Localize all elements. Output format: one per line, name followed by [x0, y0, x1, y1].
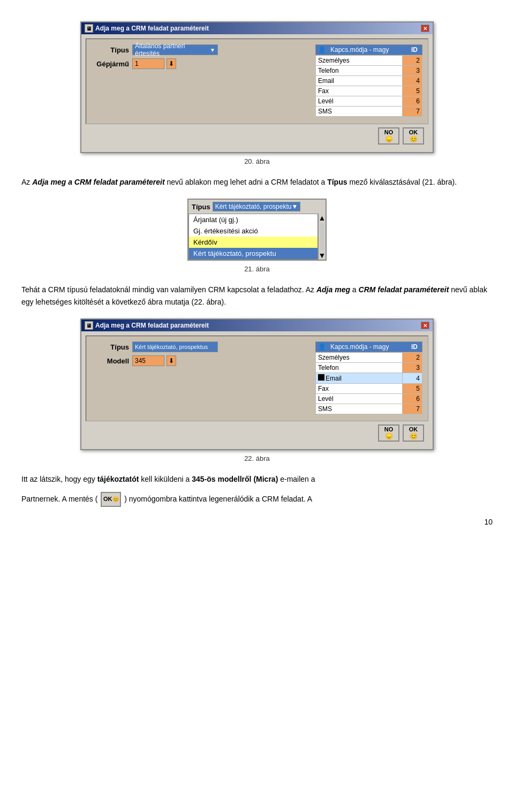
table-row[interactable]: Levél 6: [316, 96, 422, 107]
contact-name-cell: SMS: [316, 404, 403, 414]
dialog-right-22: 👤 Kapcs.módja - magy ID Személyes 2: [315, 342, 422, 414]
dialog-title-text-22: Adja meg a CRM feladat paramétereit: [95, 322, 209, 329]
gepjarmu-down-btn-20[interactable]: ⬇: [167, 58, 176, 69]
dropdown-item-ertekesitesi[interactable]: Gj. értékesítési akció: [189, 225, 318, 237]
ok-face-icon-22: 😊: [410, 432, 418, 440]
table-row[interactable]: SMS 7: [316, 404, 422, 414]
text2-line1: Tehát a CRM típusú feladatoknál mindig v…: [21, 285, 316, 294]
dropdown-item-arjanlat[interactable]: Árjanlat (új gj.): [189, 214, 318, 225]
dialog-title-text-20: Adja meg a CRM feladat paramétereit: [95, 25, 209, 32]
no-face-icon-22: 😞: [385, 432, 393, 440]
dialog-close-btn-20[interactable]: ✕: [421, 25, 429, 32]
no-button-22[interactable]: NO 😞: [378, 424, 399, 442]
ok-label-20: OK: [409, 129, 418, 135]
text3-partnernek: Partnernek. A mentés (: [21, 494, 97, 503]
table-row[interactable]: Személyes 2: [316, 353, 422, 363]
modell-input-group-22: 345 ⬇: [132, 355, 176, 366]
tipus-dropdown-selected-21[interactable]: Kért tájékoztató, prospektu ▼: [213, 202, 301, 211]
dropdown-popup-21: Típus Kért tájékoztató, prospektu ▼ Árja…: [187, 199, 327, 261]
contact-name-cell: Személyes: [316, 56, 403, 66]
table-row[interactable]: Levél 6: [316, 394, 422, 404]
contact-id-cell: 6: [402, 394, 422, 404]
text2-bold2: CRM feladat paramétereit: [359, 285, 449, 294]
tipus-row-20: Típus Általános partneri értesítés ▼: [92, 44, 310, 55]
contact-name-cell: Levél: [316, 96, 403, 107]
tipus-dropdown-22[interactable]: Kért tájékoztató, prospektus: [132, 342, 218, 352]
figure-22-section: 🖥 Adja meg a CRM feladat paramétereit ✕ …: [21, 318, 493, 462]
figure-21-caption: 21. ábra: [21, 265, 493, 273]
dropdown-item-tajek[interactable]: Kért tájékoztató, prospektu: [189, 248, 318, 259]
text1-middle: nevű ablakon meg lehet adni a CRM felada…: [165, 178, 328, 186]
dropdown-list-container-21: Árjanlat (új gj.) Gj. értékesítési akció…: [188, 214, 326, 260]
modell-down-btn-22[interactable]: ⬇: [167, 355, 176, 366]
table-row[interactable]: Személyes 2: [316, 56, 422, 66]
ok-btn-inline: OK 😊: [101, 492, 121, 507]
tipus-row-22: Típus Kért tájékoztató, prospektus: [92, 342, 310, 352]
gepjarmu-value-20: 1: [135, 60, 139, 67]
modell-value-22: 345: [135, 357, 146, 365]
table-row[interactable]: Telefon 3: [316, 363, 422, 373]
scrollbar-down-icon: ▼: [319, 251, 326, 260]
dialog-close-btn-22[interactable]: ✕: [421, 322, 429, 329]
figure-20-section: 🖥 Adja meg a CRM feladat paramétereit ✕ …: [21, 21, 493, 165]
body-text-3: Itt az látszik, hogy egy tájékoztatót ke…: [21, 473, 493, 485]
no-label-20: NO: [384, 129, 394, 135]
table-row[interactable]: SMS 7: [316, 107, 422, 117]
contact-id-cell: 4: [402, 373, 422, 384]
gepjarmu-input-20[interactable]: 1: [132, 58, 164, 69]
contact-name-cell: Fax: [316, 384, 403, 394]
text2-line2: a: [350, 285, 359, 294]
tipus-label-22: Típus: [92, 343, 129, 351]
figure-20-caption: 20. ábra: [21, 157, 493, 165]
table-row[interactable]: Fax 5: [316, 86, 422, 96]
dialog-body-20: Típus Általános partneri értesítés ▼ Gép…: [81, 34, 433, 152]
no-btn-icon-row-22: NO: [384, 426, 394, 432]
ok-label-22: OK: [409, 426, 418, 432]
table-row[interactable]: Email 4: [316, 76, 422, 86]
scrollbar-thumb: [320, 223, 324, 250]
dialog-buttons-20: NO 😞 OK 😊: [86, 124, 428, 148]
ok-inline-face: 😊: [112, 495, 119, 504]
figure-22-caption: 22. ábra: [21, 454, 493, 462]
table-row-selected[interactable]: Email 4: [316, 373, 422, 384]
contact-id-cell: 5: [402, 384, 422, 394]
tipus-value-20: Általános partneri értesítés: [135, 42, 210, 57]
dropdown-item-kerdo[interactable]: Kérdőív: [189, 237, 318, 248]
contact-name-cell: Levél: [316, 394, 403, 404]
contact-name-cell: SMS: [316, 107, 403, 117]
contact-id-cell: 2: [402, 353, 422, 363]
dropdown-scrollbar-21[interactable]: ▲ ▼: [318, 214, 326, 260]
contact-name-cell: Email: [316, 373, 403, 384]
ok-button-22[interactable]: OK 😊: [403, 424, 424, 442]
tipus-dropdown-arrow-21: ▼: [291, 203, 298, 210]
table-row[interactable]: Fax 5: [316, 384, 422, 394]
gepjarmu-input-group-20: 1 ⬇: [132, 58, 176, 69]
ok-inline-label: OK: [103, 495, 112, 504]
tipus-dropdown-20[interactable]: Általános partneri értesítés ▼: [132, 44, 218, 55]
body-text-4: Partnernek. A mentés ( OK 😊 ) nyomógombr…: [21, 492, 493, 507]
modell-input-22[interactable]: 345: [132, 355, 164, 366]
contact-name-cell: Telefon: [316, 363, 403, 373]
contact-table-header-20: 👤 Kapcs.módja - magy ID: [315, 44, 422, 55]
dialog-left-22: Típus Kért tájékoztató, prospektus Model…: [92, 342, 310, 369]
contact-name-cell: Telefon: [316, 66, 403, 76]
dialog-inner-20: Típus Általános partneri értesítés ▼ Gép…: [86, 39, 428, 124]
dialog-window-22: 🖥 Adja meg a CRM feladat paramétereit ✕ …: [80, 318, 434, 450]
table-row[interactable]: Telefon 3: [316, 66, 422, 76]
text1-bold2: Típus: [327, 178, 347, 186]
text2-bold1: Adja meg: [316, 285, 350, 294]
contact-header-id-22: ID: [407, 342, 422, 352]
ok-btn-icon-row-22: OK: [409, 426, 418, 432]
ok-button-20[interactable]: OK 😊: [403, 127, 424, 145]
text3-line1: Itt az látszik, hogy egy: [21, 475, 97, 483]
contact-header-text-22: Kapcs.módja - magy: [328, 342, 407, 352]
no-button-20[interactable]: NO 😞: [378, 127, 399, 145]
text1-end: mező kiválasztásával (21. ábra).: [347, 178, 457, 186]
gepjarmu-row-20: Gépjármű 1 ⬇: [92, 58, 310, 69]
contact-table-20: Személyes 2 Telefon 3 Email: [315, 55, 422, 117]
text1-bold: Adja meg a CRM feladat paramétereit: [32, 178, 164, 186]
contact-table-body-20: Személyes 2 Telefon 3 Email: [316, 56, 422, 117]
contact-name-cell: Személyes: [316, 353, 403, 363]
contact-table-header-22: 👤 Kapcs.módja - magy ID: [315, 342, 422, 352]
tipus-label-21: Típus: [192, 203, 210, 211]
